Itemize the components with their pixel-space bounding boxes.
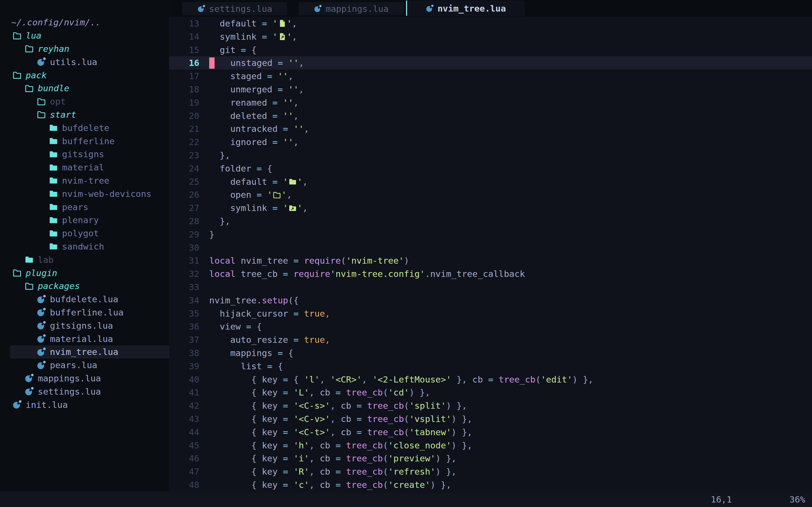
neovim-window: ~/.config/nvim/.. luareyhanutils.luapack… <box>0 0 812 507</box>
line-text: open = '', <box>209 188 292 202</box>
code-token: , <box>304 122 309 135</box>
tree-item-settings.lua[interactable]: settings.lua <box>0 385 169 398</box>
code-line-26[interactable]: 26 open = '', <box>169 188 812 202</box>
tree-item-material.lua[interactable]: material.lua <box>0 332 169 345</box>
code-line-28[interactable]: 28 }, <box>169 215 812 228</box>
code-token: mappings <box>209 346 278 360</box>
tree-item-utils.lua[interactable]: utils.lua <box>0 55 169 68</box>
code-line-22[interactable]: 22 ignored = '', <box>169 135 812 149</box>
code-line-18[interactable]: 18 unmerged = '', <box>169 83 812 96</box>
tree-item-bufdelete[interactable]: bufdelete <box>0 121 169 134</box>
code-line-13[interactable]: 13 default = '', <box>169 17 812 30</box>
code-token: ( <box>383 439 388 452</box>
tree-item-pears[interactable]: pears <box>0 200 169 214</box>
code-token: = <box>357 426 367 439</box>
tree-item-lua[interactable]: lua <box>0 29 169 42</box>
tab-settings.lua[interactable]: settings.lua <box>183 2 287 15</box>
line-number: 46 <box>169 452 199 465</box>
tree-item-pears.lua[interactable]: pears.lua <box>0 358 169 372</box>
tree-item-bufferline.lua[interactable]: bufferline.lua <box>0 306 169 319</box>
code-token: unstaged <box>214 56 278 69</box>
code-line-29[interactable]: 29} <box>169 228 812 241</box>
tree-item-opt[interactable]: opt <box>0 95 169 108</box>
code-token: folder <box>209 162 257 175</box>
line-number: 22 <box>169 135 199 149</box>
code-line-48[interactable]: 48 { key = 'c', cb = tree_cb('create') }… <box>169 478 812 492</box>
tree-item-bundle[interactable]: bundle <box>0 82 169 95</box>
tab-nvim_tree.lua[interactable]: nvim_tree.lua <box>407 1 524 16</box>
tree-item-bufferline[interactable]: bufferline <box>0 134 169 148</box>
code-line-30[interactable]: 30 <box>169 241 812 255</box>
code-token: '' <box>283 109 293 122</box>
code-line-47[interactable]: 47 { key = 'R', cb = tree_cb('refresh') … <box>169 465 812 478</box>
tree-item-bufdelete.lua[interactable]: bufdelete.lua <box>0 293 169 306</box>
code-line-27[interactable]: 27 symlink = '', <box>169 202 812 215</box>
tree-item-gitsigns[interactable]: gitsigns <box>0 148 169 161</box>
code-token: require <box>294 267 331 281</box>
nvim-tree-sidebar[interactable]: ~/.config/nvim/.. luareyhanutils.luapack… <box>0 0 169 492</box>
folder-closed-icon <box>48 149 58 159</box>
code-token: default <box>209 17 262 30</box>
tree-item-plenary[interactable]: plenary <box>0 214 169 227</box>
code-token: = <box>336 386 346 399</box>
line-number: 24 <box>169 162 199 175</box>
code-line-17[interactable]: 17 staged = '', <box>169 69 812 83</box>
tree-item-gitsigns.lua[interactable]: gitsigns.lua <box>0 319 169 332</box>
editor-code-area[interactable]: 13 default = '',14 symlink = '',15 git =… <box>169 17 812 492</box>
code-line-16[interactable]: 16 unstaged = '', <box>169 56 812 69</box>
tree-item-lab[interactable]: lab <box>0 253 169 266</box>
code-line-33[interactable]: 33 <box>169 281 812 294</box>
code-line-21[interactable]: 21 untracked = '', <box>169 122 812 135</box>
lua-icon <box>36 57 46 67</box>
line-text: ignored = '', <box>209 135 299 149</box>
tab-mappings.lua[interactable]: mappings.lua <box>299 2 404 15</box>
tree-item-plugin[interactable]: plugin <box>0 266 169 279</box>
tree-item-label: packages <box>38 281 80 291</box>
code-line-31[interactable]: 31local nvim_tree = require('nvim-tree') <box>169 254 812 267</box>
code-line-19[interactable]: 19 renamed = '', <box>169 96 812 109</box>
tree-item-nvim-tree[interactable]: nvim-tree <box>0 174 169 187</box>
code-line-42[interactable]: 42 { key = '<C-s>', cb = tree_cb('split'… <box>169 399 812 412</box>
folder-open-icon <box>36 96 46 107</box>
tree-item-sandwich[interactable]: sandwich <box>0 240 169 253</box>
tree-item-start[interactable]: start <box>0 108 169 121</box>
code-line-44[interactable]: 44 { key = '<C-t>', cb = tree_cb('tabnew… <box>169 426 812 439</box>
code-line-46[interactable]: 46 { key = 'i', cb = tree_cb('preview') … <box>169 452 812 465</box>
code-line-38[interactable]: 38 mappings = { <box>169 346 812 360</box>
code-token: 'R' <box>294 465 309 478</box>
tree-item-packages[interactable]: packages <box>0 279 169 293</box>
code-line-23[interactable]: 23 }, <box>169 149 812 162</box>
code-line-34[interactable]: 34nvim_tree.setup({ <box>169 294 812 307</box>
statusline: 16,1 36% <box>0 492 812 507</box>
code-token: '<C-s>' <box>294 399 331 412</box>
tree-item-label: utils.lua <box>50 57 97 67</box>
code-line-25[interactable]: 25 default = '', <box>169 175 812 188</box>
tree-item-mappings.lua[interactable]: mappings.lua <box>0 372 169 385</box>
code-line-24[interactable]: 24 folder = { <box>169 162 812 175</box>
code-line-35[interactable]: 35 hijack_cursor = true, <box>169 307 812 320</box>
tree-item-init.lua[interactable]: init.lua <box>0 398 169 411</box>
code-line-37[interactable]: 37 auto_resize = true, <box>169 333 812 346</box>
code-line-15[interactable]: 15 git = { <box>169 43 812 57</box>
tree-item-polygot[interactable]: polygot <box>0 227 169 240</box>
code-line-39[interactable]: 39 list = { <box>169 360 812 373</box>
code-line-20[interactable]: 20 deleted = '', <box>169 109 812 122</box>
tree-item-label: bufferline <box>62 136 115 146</box>
tree-item-label: bufdelete.lua <box>50 294 118 304</box>
tree-item-nvim_tree.lua[interactable]: nvim_tree.lua <box>0 345 169 358</box>
line-number: 23 <box>169 149 199 162</box>
line-number: 16 <box>169 56 199 69</box>
code-line-45[interactable]: 45 { key = 'h', cb = tree_cb('close_node… <box>169 439 812 452</box>
code-line-14[interactable]: 14 symlink = '', <box>169 30 812 43</box>
tree-root-path[interactable]: ~/.config/nvim/.. <box>0 16 169 29</box>
code-line-43[interactable]: 43 { key = '<C-v>', cb = tree_cb('vsplit… <box>169 412 812 426</box>
code-line-32[interactable]: 32local tree_cb = require'nvim-tree.conf… <box>169 267 812 281</box>
tree-item-pack[interactable]: pack <box>0 68 169 82</box>
code-line-40[interactable]: 40 { key = { 'l', '<CR>', '<2-LeftMouse>… <box>169 373 812 386</box>
tree-item-material[interactable]: material <box>0 161 169 174</box>
tree-item-reyhan[interactable]: reyhan <box>0 42 169 55</box>
code-token: , <box>330 426 341 439</box>
code-line-36[interactable]: 36 view = { <box>169 320 812 333</box>
code-line-41[interactable]: 41 { key = 'L', cb = tree_cb('cd') }, <box>169 386 812 399</box>
tree-item-nvim-web-devicons[interactable]: nvim-web-devicons <box>0 187 169 200</box>
